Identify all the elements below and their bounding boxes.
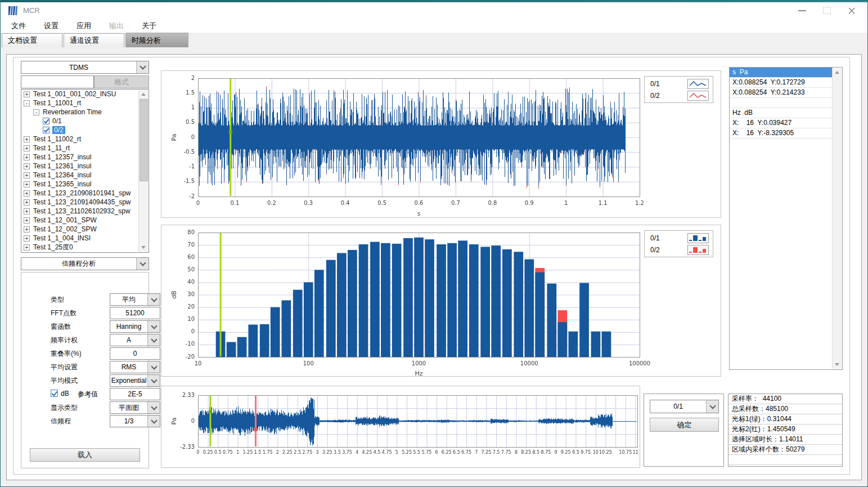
field-select[interactable]: Hanning	[110, 320, 160, 333]
checkbox-checked-icon[interactable]	[43, 118, 50, 124]
tree-item[interactable]: +Test 1_123_211026102932_spw	[21, 207, 149, 216]
tree-expander-icon[interactable]: +	[24, 181, 30, 187]
chevron-down-icon[interactable]	[136, 258, 149, 270]
tree-item[interactable]: +Test 1_123_210914094435_spw	[21, 198, 149, 207]
menu-item-output[interactable]: 输出	[102, 21, 131, 31]
field-select[interactable]: RMS	[110, 361, 160, 373]
full-waveform-plot[interactable]	[161, 386, 641, 467]
tree-item[interactable]: +Test 1_12_002_SPW	[21, 225, 149, 234]
cursor-panel-header[interactable]: s Pa	[730, 68, 833, 78]
tree-scrollbar[interactable]	[138, 90, 148, 252]
chevron-down-icon[interactable]	[136, 61, 149, 73]
tree-expander-icon[interactable]: +	[24, 154, 30, 160]
tab-time-frequency-analysis[interactable]: 时频分析	[125, 33, 188, 47]
confirm-button[interactable]: 确定	[650, 418, 719, 432]
tree-expander-icon[interactable]: +	[24, 217, 30, 224]
time-waveform-chart: 0/10/2	[161, 70, 721, 218]
chevron-down-icon[interactable]	[147, 402, 160, 413]
search-input[interactable]	[21, 75, 94, 88]
field-select-value: RMS	[110, 361, 147, 373]
octave-spectrum-plot[interactable]	[161, 225, 722, 376]
chevron-down-icon[interactable]	[147, 294, 160, 305]
tree-expander-icon[interactable]: +	[24, 145, 30, 151]
format-button[interactable]: 格式	[94, 75, 149, 88]
field-input[interactable]: 0	[110, 347, 160, 360]
tree-expander-icon[interactable]: -	[33, 109, 39, 115]
maximize-button[interactable]	[815, 2, 839, 19]
tree-expander-icon[interactable]: +	[24, 244, 30, 251]
tree-item[interactable]: 0/1	[21, 117, 149, 126]
close-button[interactable]	[839, 2, 864, 19]
chevron-down-icon[interactable]	[147, 375, 160, 386]
cursor-panel-scrollbar[interactable]	[832, 68, 842, 369]
tree-expander-icon[interactable]: +	[24, 172, 30, 178]
tree-item-label: Test 1_123_210914094435_spw	[33, 198, 131, 206]
field-select[interactable]: 1/3	[110, 415, 160, 427]
tree-scrollbar-thumb[interactable]	[140, 99, 148, 181]
db-checkbox[interactable]	[51, 390, 58, 397]
scroll-down-icon[interactable]	[139, 243, 148, 252]
tree-expander-icon[interactable]: +	[24, 163, 30, 169]
tree-item[interactable]: +Test 1_25度0	[21, 243, 149, 252]
tree-item[interactable]: +Test 1_12_001_SPW	[21, 216, 149, 225]
tab-channel-settings[interactable]: 通道设置	[64, 33, 124, 47]
tree-item[interactable]: -Reverberation Time	[21, 108, 149, 117]
tree-item[interactable]: +Test 1_1_004_INSI	[21, 234, 149, 243]
field-select[interactable]: Exponential	[110, 374, 160, 387]
tree-item[interactable]: +Test 1_12357_insul	[21, 153, 149, 162]
menu-item-settings[interactable]: 设置	[37, 21, 66, 31]
cursor-panel-row[interactable]: X:0.088254 Y:0.214233	[730, 88, 833, 98]
scroll-up-icon[interactable]	[139, 90, 148, 99]
cursor-panel-row[interactable]: X:0.088254 Y:0.172729	[730, 78, 833, 88]
tree-item[interactable]: +Test 1_001_001_002_INSU	[21, 90, 149, 99]
cursor-panel-row[interactable]	[730, 98, 833, 108]
analysis-type-combo[interactable]: 倍频程分析	[21, 257, 149, 270]
tree-expander-icon[interactable]: +	[24, 190, 30, 196]
tree-item[interactable]: +Test 1_12365_insul	[21, 180, 149, 189]
scroll-down-icon[interactable]	[833, 360, 842, 369]
tree-item-label: Test 1_123_211026102932_spw	[33, 207, 131, 215]
chevron-down-icon[interactable]	[147, 361, 160, 373]
menu-item-file[interactable]: 文件	[4, 21, 33, 31]
tree-item[interactable]: -Test 1_11001_rt	[21, 99, 149, 108]
tree-item[interactable]: +Test 1_12361_insul	[21, 162, 149, 171]
tree-expander-icon[interactable]: +	[24, 136, 30, 142]
cursor-panel-row[interactable]: X: 16 Y:0.039427	[730, 118, 833, 128]
chevron-down-icon[interactable]	[147, 415, 160, 427]
checkbox-checked-icon[interactable]	[43, 127, 50, 133]
tree-expander-icon[interactable]: +	[24, 208, 30, 215]
cursor-panel-row[interactable]: X: 16 Y:-8.329305	[730, 128, 833, 138]
time-waveform-plot[interactable]	[161, 71, 722, 217]
tree-item[interactable]: +Test 1_123_210908101941_spw	[21, 189, 149, 198]
tree-item[interactable]: +Test 1_11_rt	[21, 144, 149, 153]
tree-expander-icon[interactable]: -	[24, 100, 30, 106]
tree-expander-icon[interactable]: +	[24, 199, 30, 205]
file-format-combo[interactable]: TDMS	[21, 61, 149, 74]
chevron-down-icon[interactable]	[147, 334, 160, 346]
field-select[interactable]: 平均	[110, 293, 160, 306]
chevron-down-icon[interactable]	[706, 400, 718, 413]
scroll-up-icon[interactable]	[833, 68, 842, 77]
tree-expander-icon[interactable]: +	[24, 91, 30, 97]
field-input[interactable]: 51200	[110, 307, 160, 319]
chevron-down-icon[interactable]	[147, 321, 160, 332]
menu-item-about[interactable]: 关于	[134, 21, 164, 31]
maximize-icon	[823, 7, 831, 14]
tree-expander-icon[interactable]: +	[24, 235, 30, 242]
cursor-panel-row[interactable]: Hz dB	[730, 108, 833, 118]
minimize-button[interactable]	[790, 2, 815, 19]
form-row-4: 重叠率(%)0	[48, 347, 164, 360]
load-button[interactable]: 载入	[30, 448, 140, 462]
field-input[interactable]: 2E-5	[110, 388, 160, 400]
tree-item[interactable]: 0/2	[21, 126, 149, 135]
legend-row: 0/2	[645, 244, 713, 256]
tree-item[interactable]: +Test 1_11002_rt	[21, 135, 149, 144]
tree-item[interactable]: +Test 1_12364_insul	[21, 171, 149, 180]
menu-item-apply[interactable]: 应用	[69, 21, 98, 31]
info-row: 区域内采样个数：50279	[728, 445, 842, 455]
tab-document-settings[interactable]: 文档设置	[2, 33, 62, 47]
field-select[interactable]: A	[110, 334, 160, 346]
tree-expander-icon[interactable]: +	[24, 226, 30, 233]
channel-combo[interactable]: 0/1	[650, 400, 719, 413]
field-select[interactable]: 平面图	[110, 401, 160, 414]
